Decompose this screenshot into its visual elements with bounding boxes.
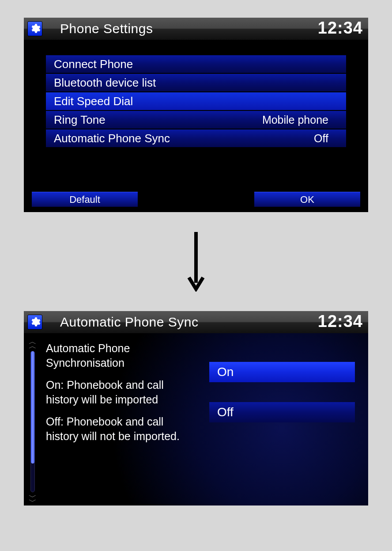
menu-item-connect-phone[interactable]: Connect Phone (46, 55, 346, 74)
menu-item-auto-phone-sync[interactable]: Automatic Phone Sync Off (46, 129, 346, 148)
scroll-thumb[interactable] (31, 351, 34, 464)
default-button[interactable]: Default (32, 192, 138, 207)
ok-button[interactable]: OK (254, 192, 360, 207)
menu-item-bluetooth-list[interactable]: Bluetooth device list (46, 74, 346, 92)
bottom-bar: Default OK (24, 192, 368, 207)
gear-icon[interactable] (27, 21, 42, 36)
arrow-down-icon (187, 230, 205, 292)
header-bar: Phone Settings 12:34 (24, 18, 368, 40)
menu-item-edit-speed-dial[interactable]: Edit Speed Dial (46, 92, 346, 111)
auto-phone-sync-screen: Automatic Phone Sync 12:34 ︿︿ ﹀﹀ Automat… (24, 311, 368, 505)
option-off[interactable]: Off (209, 402, 355, 422)
menu-label: Connect Phone (54, 57, 133, 71)
phone-settings-screen: Phone Settings 12:34 Connect Phone Bluet… (24, 18, 368, 212)
menu-value: Off (314, 132, 328, 145)
menu-value: Mobile phone (262, 114, 328, 126)
screen-body: ︿︿ ﹀﹀ Automatic Phone Synchronisation On… (24, 338, 368, 505)
scrollbar[interactable]: ︿︿ ﹀﹀ (24, 338, 41, 505)
clock-display: 12:34 (318, 19, 363, 38)
desc-on-text: On: Phonebook and call history will be i… (46, 378, 196, 407)
gear-icon[interactable] (27, 315, 42, 330)
button-label: OK (300, 194, 314, 205)
menu-label: Bluetooth device list (54, 76, 156, 90)
settings-menu: Connect Phone Bluetooth device list Edit… (46, 55, 346, 148)
options-panel: On Off (200, 338, 368, 505)
chevron-down-icon[interactable]: ﹀﹀ (29, 495, 37, 504)
chevron-up-icon[interactable]: ︿︿ (29, 339, 37, 348)
option-on[interactable]: On (209, 362, 355, 382)
menu-item-ring-tone[interactable]: Ring Tone Mobile phone (46, 111, 346, 129)
header-bar: Automatic Phone Sync 12:34 (24, 311, 368, 333)
desc-off-text: Off: Phonebook and call history will not… (46, 414, 196, 443)
page-title: Phone Settings (60, 21, 153, 36)
menu-label: Ring Tone (54, 113, 106, 127)
flow-arrow (18, 212, 374, 311)
option-label: Off (217, 405, 234, 419)
option-label: On (217, 365, 234, 379)
desc-heading: Automatic Phone Synchronisation (46, 341, 196, 370)
clock-display: 12:34 (318, 312, 363, 331)
page-title: Automatic Phone Sync (60, 315, 199, 330)
button-label: Default (69, 194, 100, 205)
menu-label: Automatic Phone Sync (54, 132, 170, 145)
description-panel: Automatic Phone Synchronisation On: Phon… (41, 338, 200, 505)
menu-label: Edit Speed Dial (54, 95, 133, 108)
scroll-track[interactable] (30, 351, 35, 492)
